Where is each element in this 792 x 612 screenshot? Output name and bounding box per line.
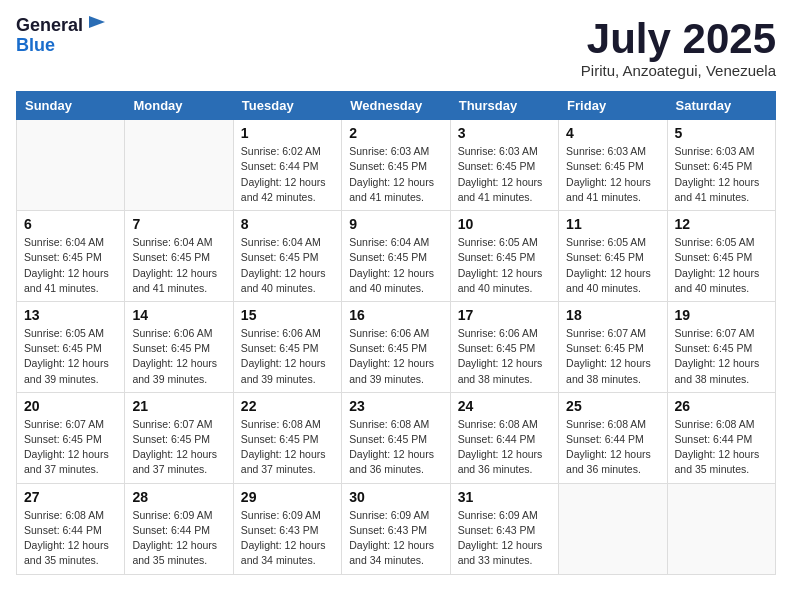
day-number: 11 xyxy=(566,216,659,232)
calendar-cell: 5Sunrise: 6:03 AMSunset: 6:45 PMDaylight… xyxy=(667,120,775,211)
day-number: 5 xyxy=(675,125,768,141)
day-number: 22 xyxy=(241,398,334,414)
day-number: 23 xyxy=(349,398,442,414)
calendar-cell: 8Sunrise: 6:04 AMSunset: 6:45 PMDaylight… xyxy=(233,211,341,302)
calendar-cell: 27Sunrise: 6:08 AMSunset: 6:44 PMDayligh… xyxy=(17,483,125,574)
weekday-header: Saturday xyxy=(667,92,775,120)
cell-info: Sunrise: 6:04 AMSunset: 6:45 PMDaylight:… xyxy=(132,235,225,296)
weekday-header: Friday xyxy=(559,92,667,120)
cell-info: Sunrise: 6:06 AMSunset: 6:45 PMDaylight:… xyxy=(458,326,551,387)
day-number: 18 xyxy=(566,307,659,323)
cell-info: Sunrise: 6:05 AMSunset: 6:45 PMDaylight:… xyxy=(566,235,659,296)
calendar-cell: 13Sunrise: 6:05 AMSunset: 6:45 PMDayligh… xyxy=(17,301,125,392)
calendar-cell: 29Sunrise: 6:09 AMSunset: 6:43 PMDayligh… xyxy=(233,483,341,574)
cell-info: Sunrise: 6:06 AMSunset: 6:45 PMDaylight:… xyxy=(349,326,442,387)
cell-info: Sunrise: 6:05 AMSunset: 6:45 PMDaylight:… xyxy=(675,235,768,296)
calendar-cell: 11Sunrise: 6:05 AMSunset: 6:45 PMDayligh… xyxy=(559,211,667,302)
calendar-cell: 23Sunrise: 6:08 AMSunset: 6:45 PMDayligh… xyxy=(342,392,450,483)
cell-info: Sunrise: 6:07 AMSunset: 6:45 PMDaylight:… xyxy=(675,326,768,387)
cell-info: Sunrise: 6:08 AMSunset: 6:45 PMDaylight:… xyxy=(241,417,334,478)
logo-flag-icon xyxy=(85,14,107,34)
day-number: 13 xyxy=(24,307,117,323)
calendar-cell: 20Sunrise: 6:07 AMSunset: 6:45 PMDayligh… xyxy=(17,392,125,483)
calendar-cell: 10Sunrise: 6:05 AMSunset: 6:45 PMDayligh… xyxy=(450,211,558,302)
calendar-cell: 12Sunrise: 6:05 AMSunset: 6:45 PMDayligh… xyxy=(667,211,775,302)
day-number: 7 xyxy=(132,216,225,232)
weekday-header: Monday xyxy=(125,92,233,120)
day-number: 30 xyxy=(349,489,442,505)
weekday-header: Sunday xyxy=(17,92,125,120)
day-number: 9 xyxy=(349,216,442,232)
location-text: Piritu, Anzoategui, Venezuela xyxy=(581,62,776,79)
calendar-week-row: 6Sunrise: 6:04 AMSunset: 6:45 PMDaylight… xyxy=(17,211,776,302)
calendar-week-row: 27Sunrise: 6:08 AMSunset: 6:44 PMDayligh… xyxy=(17,483,776,574)
calendar-cell xyxy=(667,483,775,574)
cell-info: Sunrise: 6:07 AMSunset: 6:45 PMDaylight:… xyxy=(132,417,225,478)
day-number: 19 xyxy=(675,307,768,323)
calendar-cell: 21Sunrise: 6:07 AMSunset: 6:45 PMDayligh… xyxy=(125,392,233,483)
day-number: 6 xyxy=(24,216,117,232)
day-number: 15 xyxy=(241,307,334,323)
cell-info: Sunrise: 6:04 AMSunset: 6:45 PMDaylight:… xyxy=(241,235,334,296)
calendar-cell: 19Sunrise: 6:07 AMSunset: 6:45 PMDayligh… xyxy=(667,301,775,392)
logo: General Blue xyxy=(16,16,107,56)
cell-info: Sunrise: 6:05 AMSunset: 6:45 PMDaylight:… xyxy=(24,326,117,387)
calendar-cell: 26Sunrise: 6:08 AMSunset: 6:44 PMDayligh… xyxy=(667,392,775,483)
calendar-cell: 22Sunrise: 6:08 AMSunset: 6:45 PMDayligh… xyxy=(233,392,341,483)
calendar-week-row: 1Sunrise: 6:02 AMSunset: 6:44 PMDaylight… xyxy=(17,120,776,211)
cell-info: Sunrise: 6:09 AMSunset: 6:43 PMDaylight:… xyxy=(349,508,442,569)
calendar-cell: 30Sunrise: 6:09 AMSunset: 6:43 PMDayligh… xyxy=(342,483,450,574)
cell-info: Sunrise: 6:02 AMSunset: 6:44 PMDaylight:… xyxy=(241,144,334,205)
calendar-cell: 24Sunrise: 6:08 AMSunset: 6:44 PMDayligh… xyxy=(450,392,558,483)
cell-info: Sunrise: 6:09 AMSunset: 6:44 PMDaylight:… xyxy=(132,508,225,569)
day-number: 27 xyxy=(24,489,117,505)
day-number: 3 xyxy=(458,125,551,141)
calendar-cell: 2Sunrise: 6:03 AMSunset: 6:45 PMDaylight… xyxy=(342,120,450,211)
day-number: 8 xyxy=(241,216,334,232)
day-number: 28 xyxy=(132,489,225,505)
calendar-cell xyxy=(559,483,667,574)
calendar-cell: 17Sunrise: 6:06 AMSunset: 6:45 PMDayligh… xyxy=(450,301,558,392)
day-number: 16 xyxy=(349,307,442,323)
day-number: 25 xyxy=(566,398,659,414)
weekday-header: Wednesday xyxy=(342,92,450,120)
cell-info: Sunrise: 6:06 AMSunset: 6:45 PMDaylight:… xyxy=(241,326,334,387)
cell-info: Sunrise: 6:08 AMSunset: 6:44 PMDaylight:… xyxy=(24,508,117,569)
logo-blue: Blue xyxy=(16,36,107,56)
calendar-table: SundayMondayTuesdayWednesdayThursdayFrid… xyxy=(16,91,776,574)
logo-general: General xyxy=(16,16,83,36)
cell-info: Sunrise: 6:09 AMSunset: 6:43 PMDaylight:… xyxy=(241,508,334,569)
calendar-cell: 14Sunrise: 6:06 AMSunset: 6:45 PMDayligh… xyxy=(125,301,233,392)
cell-info: Sunrise: 6:04 AMSunset: 6:45 PMDaylight:… xyxy=(349,235,442,296)
cell-info: Sunrise: 6:06 AMSunset: 6:45 PMDaylight:… xyxy=(132,326,225,387)
calendar-cell: 15Sunrise: 6:06 AMSunset: 6:45 PMDayligh… xyxy=(233,301,341,392)
cell-info: Sunrise: 6:08 AMSunset: 6:45 PMDaylight:… xyxy=(349,417,442,478)
calendar-cell: 7Sunrise: 6:04 AMSunset: 6:45 PMDaylight… xyxy=(125,211,233,302)
cell-info: Sunrise: 6:09 AMSunset: 6:43 PMDaylight:… xyxy=(458,508,551,569)
calendar-cell: 9Sunrise: 6:04 AMSunset: 6:45 PMDaylight… xyxy=(342,211,450,302)
day-number: 17 xyxy=(458,307,551,323)
cell-info: Sunrise: 6:03 AMSunset: 6:45 PMDaylight:… xyxy=(566,144,659,205)
cell-info: Sunrise: 6:05 AMSunset: 6:45 PMDaylight:… xyxy=(458,235,551,296)
cell-info: Sunrise: 6:08 AMSunset: 6:44 PMDaylight:… xyxy=(566,417,659,478)
day-number: 29 xyxy=(241,489,334,505)
cell-info: Sunrise: 6:07 AMSunset: 6:45 PMDaylight:… xyxy=(24,417,117,478)
cell-info: Sunrise: 6:08 AMSunset: 6:44 PMDaylight:… xyxy=(458,417,551,478)
day-number: 4 xyxy=(566,125,659,141)
calendar-cell: 3Sunrise: 6:03 AMSunset: 6:45 PMDaylight… xyxy=(450,120,558,211)
day-number: 26 xyxy=(675,398,768,414)
page-header: General Blue July 2025 Piritu, Anzoategu… xyxy=(16,16,776,79)
cell-info: Sunrise: 6:03 AMSunset: 6:45 PMDaylight:… xyxy=(458,144,551,205)
weekday-header: Tuesday xyxy=(233,92,341,120)
calendar-week-row: 20Sunrise: 6:07 AMSunset: 6:45 PMDayligh… xyxy=(17,392,776,483)
day-number: 2 xyxy=(349,125,442,141)
day-number: 31 xyxy=(458,489,551,505)
calendar-cell xyxy=(17,120,125,211)
cell-info: Sunrise: 6:08 AMSunset: 6:44 PMDaylight:… xyxy=(675,417,768,478)
calendar-cell: 25Sunrise: 6:08 AMSunset: 6:44 PMDayligh… xyxy=(559,392,667,483)
calendar-cell: 18Sunrise: 6:07 AMSunset: 6:45 PMDayligh… xyxy=(559,301,667,392)
calendar-week-row: 13Sunrise: 6:05 AMSunset: 6:45 PMDayligh… xyxy=(17,301,776,392)
day-number: 21 xyxy=(132,398,225,414)
weekday-header: Thursday xyxy=(450,92,558,120)
cell-info: Sunrise: 6:03 AMSunset: 6:45 PMDaylight:… xyxy=(349,144,442,205)
